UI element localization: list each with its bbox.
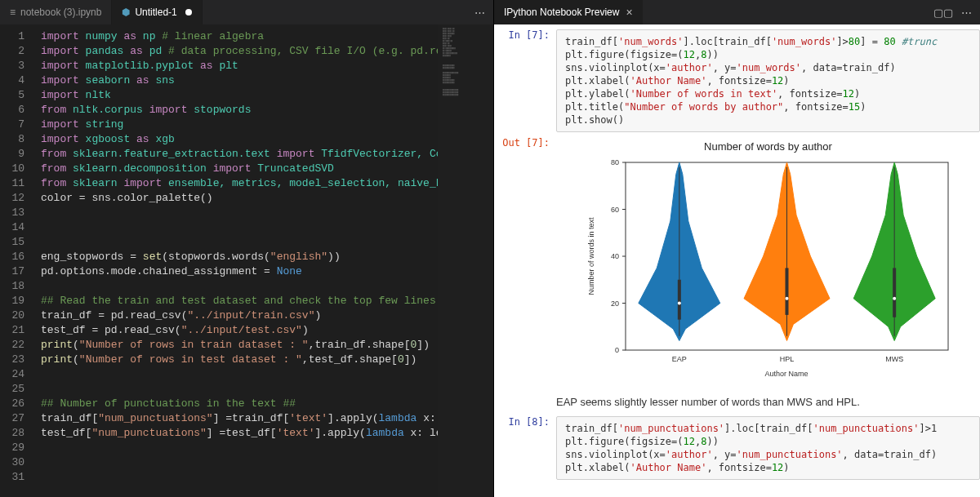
preview-tabs: IPython Notebook Preview × ▢▢ ⋯ bbox=[494, 0, 980, 24]
y-axis-label: Number of words in text bbox=[587, 217, 595, 295]
input-cell-7: In [7]: train_df['num_words'].loc[train_… bbox=[499, 29, 980, 132]
python-icon: ⬢ bbox=[122, 7, 130, 18]
svg-text:40: 40 bbox=[610, 252, 618, 260]
input-prompt: In [7]: bbox=[499, 29, 556, 132]
svg-point-19 bbox=[893, 297, 896, 300]
tab-notebook-ipynb[interactable]: ≡ notebook (3).ipynb bbox=[0, 0, 112, 24]
chart-output: Number of words by author 020406080 Numb… bbox=[556, 137, 980, 386]
split-editor-icon[interactable]: ▢▢ bbox=[933, 7, 953, 19]
svg-text:EAP: EAP bbox=[671, 355, 686, 363]
line-number-gutter: 1 2 3 4 5 6 7 8 9 10 11 12 13 14 15 16 1… bbox=[0, 24, 34, 497]
minimap[interactable]: ████ ████ ██████ ████ ██████ ███████████… bbox=[438, 24, 493, 497]
chart-title: Number of words by author bbox=[561, 140, 975, 153]
svg-text:20: 20 bbox=[610, 300, 618, 308]
tab-label: notebook (3).ipynb bbox=[20, 7, 101, 18]
violin-chart: 020406080 Number of words in text Author… bbox=[581, 154, 956, 383]
preview-pane: IPython Notebook Preview × ▢▢ ⋯ In [7]: … bbox=[494, 0, 980, 497]
x-axis-label: Author Name bbox=[764, 370, 808, 378]
editor-tabs: ≡ notebook (3).ipynb ⬢ Untitled-1 ⋯ bbox=[0, 0, 493, 24]
close-icon[interactable]: × bbox=[626, 6, 632, 19]
editor-pane: ≡ notebook (3).ipynb ⬢ Untitled-1 ⋯ 1 2 … bbox=[0, 0, 494, 497]
svg-point-16 bbox=[785, 297, 788, 300]
svg-text:MWS: MWS bbox=[885, 355, 903, 363]
svg-text:0: 0 bbox=[614, 346, 618, 354]
input-prompt: In [8]: bbox=[499, 416, 556, 480]
tab-label: IPython Notebook Preview bbox=[504, 7, 619, 18]
tab-untitled-1[interactable]: ⬢ Untitled-1 bbox=[112, 0, 202, 24]
dirty-indicator bbox=[185, 9, 192, 16]
markdown-text: EAP seems slightly lesser number of word… bbox=[499, 391, 980, 416]
notebook-icon: ≡ bbox=[10, 7, 16, 18]
tab-label: Untitled-1 bbox=[135, 7, 176, 18]
tab-ipython-preview[interactable]: IPython Notebook Preview × bbox=[494, 0, 643, 24]
code-cell-box[interactable]: train_df['num_punctuations'].loc[train_d… bbox=[556, 416, 980, 480]
output-prompt: Out [7]: bbox=[499, 137, 556, 386]
output-cell-7: Out [7]: Number of words by author 02040… bbox=[499, 137, 980, 386]
notebook-preview-body[interactable]: In [7]: train_df['num_words'].loc[train_… bbox=[494, 24, 980, 497]
code-editor[interactable]: 1 2 3 4 5 6 7 8 9 10 11 12 13 14 15 16 1… bbox=[0, 24, 493, 497]
overflow-icon[interactable]: ⋯ bbox=[961, 7, 972, 19]
code-cell-box[interactable]: train_df['num_words'].loc[train_df['num_… bbox=[556, 29, 980, 132]
svg-point-13 bbox=[677, 302, 680, 305]
svg-text:HPL: HPL bbox=[779, 355, 794, 363]
code-content[interactable]: import numpy as np # linear algebra impo… bbox=[34, 24, 438, 497]
input-cell-8: In [8]: train_df['num_punctuations'].loc… bbox=[499, 416, 980, 480]
tab-overflow-actions[interactable]: ⋯ bbox=[474, 7, 493, 19]
svg-text:80: 80 bbox=[610, 158, 618, 166]
svg-text:60: 60 bbox=[610, 206, 618, 214]
